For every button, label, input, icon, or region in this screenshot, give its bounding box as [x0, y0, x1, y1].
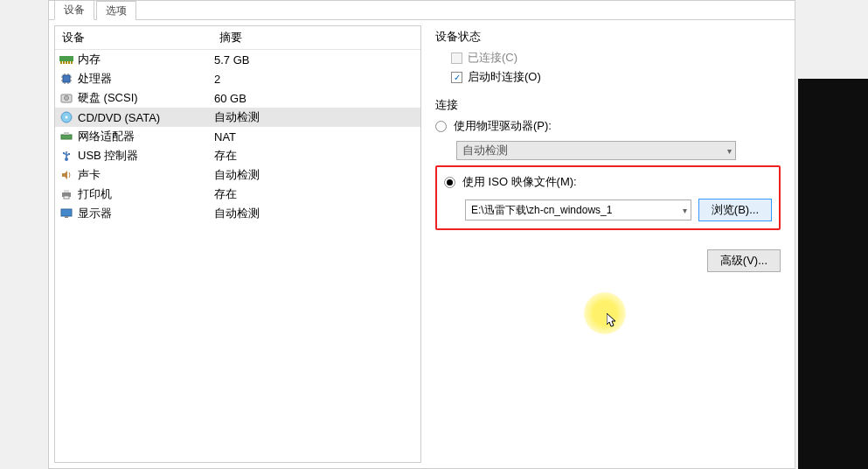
- iso-highlight-annotation: 使用 ISO 映像文件(M): E:\迅雷下载\zh-cn_windows_1 …: [435, 165, 781, 230]
- device-row-usb[interactable]: USB 控制器 存在: [55, 146, 420, 165]
- display-icon: [59, 206, 74, 220]
- use-physical-label: 使用物理驱动器(P):: [454, 118, 552, 134]
- svg-rect-20: [64, 132, 69, 135]
- use-physical-radio-row[interactable]: 使用物理驱动器(P):: [435, 118, 781, 134]
- svg-rect-30: [64, 196, 69, 199]
- settings-tabs: 设备 选项: [49, 1, 795, 20]
- connect-poweron-checkbox[interactable]: ✓: [451, 72, 462, 83]
- svg-point-18: [66, 116, 68, 119]
- svg-rect-4: [68, 61, 70, 64]
- device-status-group: 设备状态 已连接(C) ✓ 启动时连接(O): [435, 29, 781, 85]
- usb-icon: [59, 149, 74, 163]
- connected-checkbox: [451, 52, 462, 64]
- chevron-down-icon: ▾: [683, 206, 687, 215]
- svg-rect-2: [63, 61, 65, 64]
- use-physical-radio[interactable]: [435, 121, 447, 132]
- device-summary: 自动检测: [214, 109, 417, 125]
- svg-point-25: [63, 152, 65, 154]
- device-summary: 存在: [214, 148, 417, 164]
- device-row-cpu[interactable]: 处理器 2: [55, 69, 420, 88]
- device-name: 内存: [78, 52, 214, 67]
- device-name: 打印机: [78, 186, 214, 202]
- device-row-printer[interactable]: 打印机 存在: [55, 185, 420, 204]
- memory-icon: [59, 52, 74, 66]
- printer-icon: [59, 187, 74, 201]
- device-summary: 自动检测: [214, 206, 417, 221]
- tab-options[interactable]: 选项: [96, 1, 136, 20]
- connection-group: 连接 使用物理驱动器(P): 自动检测 ▾ 使用 ISO 映像文件(: [435, 97, 781, 230]
- svg-rect-3: [66, 61, 67, 64]
- device-name: 显示器: [78, 206, 214, 221]
- device-name: CD/DVD (SATA): [78, 111, 214, 124]
- browse-button[interactable]: 浏览(B)...: [698, 199, 772, 221]
- chevron-down-icon: ▾: [727, 146, 732, 156]
- connected-label: 已连接(C): [468, 50, 517, 66]
- iso-path-value: E:\迅雷下载\zh-cn_windows_1: [471, 203, 612, 218]
- svg-rect-1: [60, 61, 62, 64]
- device-name: 处理器: [78, 71, 214, 87]
- svg-rect-26: [68, 153, 70, 155]
- settings-content: 设备 摘要 内存 5.7 GB 处理器 2 硬盘 (SCSI) 60 GB: [49, 20, 795, 468]
- svg-rect-31: [61, 209, 72, 216]
- physical-drive-value: 自动检测: [462, 143, 508, 158]
- device-row-hdd[interactable]: 硬盘 (SCSI) 60 GB: [55, 88, 420, 108]
- device-list-panel: 设备 摘要 内存 5.7 GB 处理器 2 硬盘 (SCSI) 60 GB: [54, 25, 421, 463]
- use-iso-radio[interactable]: [444, 177, 455, 188]
- svg-rect-32: [65, 216, 68, 218]
- advanced-button[interactable]: 高级(V)...: [707, 249, 781, 272]
- summary-col-header[interactable]: 摘要: [212, 26, 249, 49]
- connection-group-title: 连接: [435, 97, 781, 113]
- device-col-header[interactable]: 设备: [55, 26, 212, 49]
- use-iso-radio-row[interactable]: 使用 ISO 映像文件(M):: [444, 174, 772, 190]
- sound-icon: [59, 168, 74, 182]
- device-list-header: 设备 摘要: [55, 26, 420, 50]
- svg-rect-6: [63, 75, 70, 82]
- connect-poweron-checkbox-row[interactable]: ✓ 启动时连接(O): [451, 69, 781, 85]
- device-row-display[interactable]: 显示器 自动检测: [55, 204, 420, 223]
- iso-path-combo[interactable]: E:\迅雷下载\zh-cn_windows_1 ▾: [465, 200, 691, 220]
- physical-drive-combo: 自动检测 ▾: [456, 141, 736, 160]
- connect-poweron-label: 启动时连接(O): [468, 69, 541, 85]
- device-summary: 2: [214, 73, 417, 86]
- device-row-network[interactable]: 网络适配器 NAT: [55, 127, 420, 146]
- cpu-icon: [59, 72, 74, 86]
- device-detail-panel: 设备状态 已连接(C) ✓ 启动时连接(O) 连接: [421, 20, 795, 468]
- device-name: 网络适配器: [78, 129, 214, 144]
- device-row-cddvd[interactable]: CD/DVD (SATA) 自动检测: [55, 108, 420, 127]
- device-summary: 自动检测: [214, 167, 417, 183]
- device-summary: 5.7 GB: [214, 53, 417, 66]
- svg-rect-5: [71, 61, 73, 64]
- device-name: 声卡: [78, 167, 214, 183]
- use-iso-label: 使用 ISO 映像文件(M):: [462, 174, 577, 190]
- connected-checkbox-row: 已连接(C): [451, 50, 781, 66]
- device-summary: 60 GB: [214, 92, 417, 105]
- background-dark: [798, 79, 868, 469]
- device-name: USB 控制器: [78, 148, 214, 164]
- svg-marker-27: [62, 171, 67, 179]
- cd-icon: [59, 110, 74, 124]
- svg-rect-0: [59, 56, 73, 61]
- svg-rect-19: [61, 135, 72, 139]
- vm-settings-window: 设备 选项 设备 摘要 内存 5.7 GB 处理器 2: [48, 0, 795, 469]
- status-group-title: 设备状态: [435, 29, 781, 45]
- svg-rect-29: [64, 190, 69, 192]
- network-icon: [59, 130, 74, 144]
- device-row-memory[interactable]: 内存 5.7 GB: [55, 50, 420, 69]
- hdd-icon: [59, 91, 74, 105]
- device-row-sound[interactable]: 声卡 自动检测: [55, 165, 420, 185]
- device-name: 硬盘 (SCSI): [78, 90, 214, 106]
- svg-point-16: [65, 96, 69, 101]
- device-summary: 存在: [214, 186, 417, 202]
- tab-hardware[interactable]: 设备: [54, 0, 94, 20]
- device-summary: NAT: [214, 130, 417, 144]
